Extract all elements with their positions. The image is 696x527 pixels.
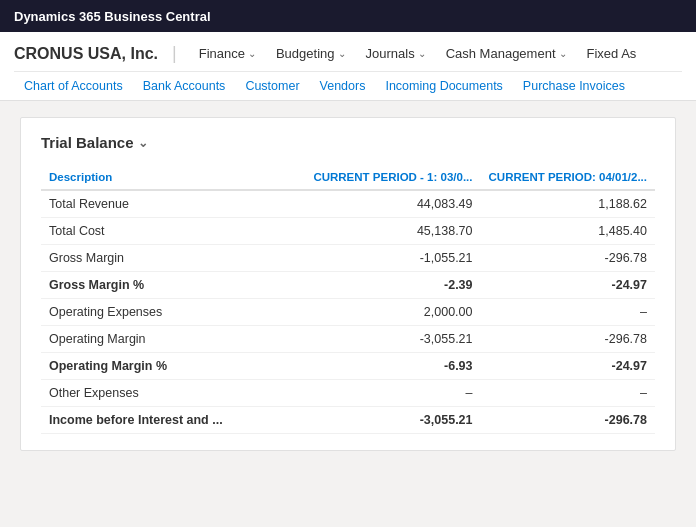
nav-journals[interactable]: Journals ⌄	[358, 42, 434, 65]
chevron-down-icon: ⌄	[248, 48, 256, 59]
nav-budgeting[interactable]: Budgeting ⌄	[268, 42, 354, 65]
subnav-incoming-documents[interactable]: Incoming Documents	[375, 72, 512, 100]
col-header-period2: CURRENT PERIOD: 04/01/2...	[481, 165, 655, 190]
cell-description: Income before Interest and ...	[41, 407, 305, 434]
cell-period2: 1,188.62	[481, 190, 655, 218]
nav-cash-management[interactable]: Cash Management ⌄	[438, 42, 575, 65]
nav-fixed-assets[interactable]: Fixed As	[579, 42, 645, 65]
table-row: Income before Interest and ...-3,055.21-…	[41, 407, 655, 434]
cell-description: Total Cost	[41, 218, 305, 245]
trial-balance-card: Trial Balance ⌄ Description CURRENT PERI…	[20, 117, 676, 451]
cell-period1: 44,083.49	[305, 190, 480, 218]
company-name: CRONUS USA, Inc.	[14, 45, 158, 63]
top-bar: Dynamics 365 Business Central	[0, 0, 696, 32]
trial-balance-title[interactable]: Trial Balance ⌄	[41, 134, 655, 151]
cell-description: Gross Margin	[41, 245, 305, 272]
table-row: Operating Expenses2,000.00–	[41, 299, 655, 326]
cell-period1: –	[305, 380, 480, 407]
cell-description: Gross Margin %	[41, 272, 305, 299]
cell-period2: -296.78	[481, 407, 655, 434]
table-header-row: Description CURRENT PERIOD - 1: 03/0... …	[41, 165, 655, 190]
nav-finance[interactable]: Finance ⌄	[191, 42, 264, 65]
table-row: Total Cost45,138.701,485.40	[41, 218, 655, 245]
table-row: Operating Margin %-6.93-24.97	[41, 353, 655, 380]
header-top: CRONUS USA, Inc. | Finance ⌄ Budgeting ⌄…	[14, 32, 682, 71]
cell-period2: –	[481, 299, 655, 326]
chevron-down-icon: ⌄	[418, 48, 426, 59]
table-row: Total Revenue44,083.491,188.62	[41, 190, 655, 218]
cell-period1: -2.39	[305, 272, 480, 299]
cell-period2: -296.78	[481, 245, 655, 272]
subnav-vendors[interactable]: Vendors	[310, 72, 376, 100]
subnav-chart-of-accounts[interactable]: Chart of Accounts	[14, 72, 133, 100]
subnav-customer[interactable]: Customer	[235, 72, 309, 100]
chevron-down-icon: ⌄	[138, 136, 148, 150]
app-title: Dynamics 365 Business Central	[14, 9, 211, 24]
cell-period2: 1,485.40	[481, 218, 655, 245]
cell-period2: –	[481, 380, 655, 407]
cell-period1: 2,000.00	[305, 299, 480, 326]
cell-period1: -3,055.21	[305, 407, 480, 434]
subnav-bank-accounts[interactable]: Bank Accounts	[133, 72, 236, 100]
cell-period1: -3,055.21	[305, 326, 480, 353]
cell-period2: -24.97	[481, 272, 655, 299]
header-divider: |	[172, 43, 177, 64]
cell-description: Operating Margin %	[41, 353, 305, 380]
chevron-down-icon: ⌄	[559, 48, 567, 59]
cell-description: Operating Expenses	[41, 299, 305, 326]
col-header-description: Description	[41, 165, 305, 190]
cell-description: Operating Margin	[41, 326, 305, 353]
content-area: Trial Balance ⌄ Description CURRENT PERI…	[0, 101, 696, 501]
cell-period1: 45,138.70	[305, 218, 480, 245]
main-nav: Finance ⌄ Budgeting ⌄ Journals ⌄ Cash Ma…	[191, 42, 645, 65]
cell-period2: -296.78	[481, 326, 655, 353]
cell-description: Total Revenue	[41, 190, 305, 218]
cell-period1: -6.93	[305, 353, 480, 380]
sub-nav: Chart of Accounts Bank Accounts Customer…	[14, 71, 682, 100]
cell-description: Other Expenses	[41, 380, 305, 407]
cell-period2: -24.97	[481, 353, 655, 380]
cell-period1: -1,055.21	[305, 245, 480, 272]
table-row: Other Expenses––	[41, 380, 655, 407]
trial-balance-table: Description CURRENT PERIOD - 1: 03/0... …	[41, 165, 655, 434]
subnav-purchase-invoices[interactable]: Purchase Invoices	[513, 72, 635, 100]
col-header-period1: CURRENT PERIOD - 1: 03/0...	[305, 165, 480, 190]
header: CRONUS USA, Inc. | Finance ⌄ Budgeting ⌄…	[0, 32, 696, 101]
chevron-down-icon: ⌄	[338, 48, 346, 59]
table-row: Gross Margin %-2.39-24.97	[41, 272, 655, 299]
table-row: Gross Margin-1,055.21-296.78	[41, 245, 655, 272]
table-row: Operating Margin-3,055.21-296.78	[41, 326, 655, 353]
